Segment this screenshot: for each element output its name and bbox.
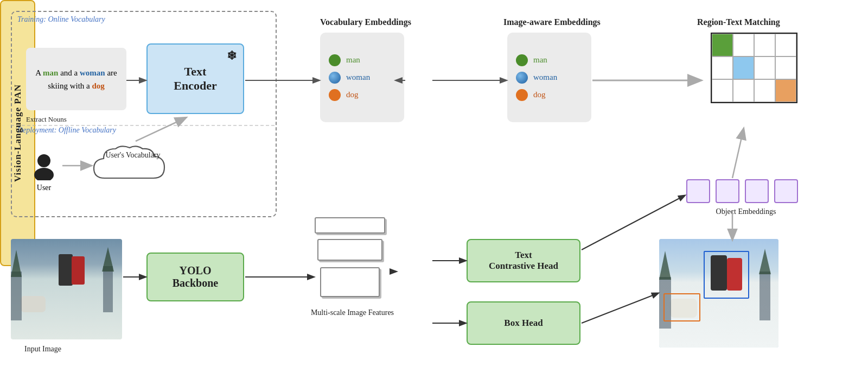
output-ski-scene <box>659 239 778 348</box>
vocab-row-man: man <box>329 54 395 66</box>
svg-point-1 <box>37 154 50 167</box>
svg-marker-10 <box>759 249 771 274</box>
svg-marker-4 <box>11 250 22 277</box>
svg-marker-8 <box>659 251 671 280</box>
text-contrastive-box: Text Contrastive Head <box>467 239 580 282</box>
box-head-box: Box Head <box>467 301 580 345</box>
vlpan-label: Vision-Language PAN <box>12 84 23 182</box>
vocab-embed-box: man woman dog <box>320 33 404 122</box>
grid-cell-6 <box>733 56 754 79</box>
iaware-row-dog: dog <box>516 89 583 101</box>
extract-nouns-label: Extract Nouns <box>26 115 67 124</box>
iaware-dog-label: dog <box>533 90 546 99</box>
bbox-dog <box>663 293 700 321</box>
snowflake-icon: ❄ <box>227 49 237 63</box>
yolo-backbone-box: YOLO Backbone <box>146 253 244 301</box>
iaware-dot-dog <box>516 89 528 101</box>
svg-line-25 <box>732 130 743 178</box>
region-text-title: Region-Text Matching <box>697 17 780 27</box>
text-encoder-label: Text Encoder <box>174 65 216 93</box>
deployment-label: Deployment: Offline Vocabulary <box>17 126 116 135</box>
object-embeddings-label: Object Embeddings <box>686 207 806 216</box>
image-aware-box: man woman dog <box>507 33 591 122</box>
svg-rect-3 <box>11 272 22 320</box>
diagram: Training: Online Vocabulary Deployment: … <box>0 0 868 372</box>
grid-cell-4 <box>775 34 796 56</box>
grid-cell-5 <box>712 56 733 79</box>
iaware-dot-woman <box>516 72 528 84</box>
user-icon <box>30 152 58 180</box>
user-area: User <box>30 152 58 192</box>
vocab-dog-label: dog <box>346 90 359 99</box>
svg-point-2 <box>34 168 54 180</box>
embed-sq-3 <box>745 179 769 203</box>
fmap-2 <box>317 239 382 261</box>
user-label: User <box>37 184 51 192</box>
vocab-woman-label: woman <box>346 73 370 82</box>
vocab-man-label: man <box>346 55 360 65</box>
dot-man <box>329 54 341 66</box>
dot-woman <box>329 72 341 84</box>
image-aware-title: Image-aware Embeddings <box>503 17 601 27</box>
fmap-3 <box>320 267 380 297</box>
embed-squares <box>686 179 806 203</box>
grid-cell-11 <box>754 79 775 102</box>
input-image-label: Input Image <box>24 345 61 354</box>
box-head-label: Box Head <box>504 318 542 329</box>
grid-cell-10 <box>733 79 754 102</box>
svg-rect-9 <box>760 272 770 320</box>
grid-cell-12 <box>775 79 796 102</box>
iaware-dot-man <box>516 54 528 66</box>
svg-marker-6 <box>102 247 114 272</box>
input-ski-scene <box>11 239 122 339</box>
input-image <box>11 239 122 339</box>
dot-dog <box>329 89 341 101</box>
embed-sq-2 <box>716 179 739 203</box>
grid-cell-9 <box>712 79 733 102</box>
svg-line-24 <box>582 293 658 323</box>
scene-details <box>11 239 122 339</box>
vocab-row-dog: dog <box>329 89 395 101</box>
text-encoder-box: ❄ Text Encoder <box>146 43 244 114</box>
cloud-shape <box>88 140 175 189</box>
output-image <box>659 239 778 348</box>
iaware-woman-label: woman <box>533 73 557 82</box>
match-grid <box>711 33 797 103</box>
yolo-backbone-label: YOLO Backbone <box>173 264 218 289</box>
text-contrastive-label: Text Contrastive Head <box>489 250 558 272</box>
grid-cell-7 <box>754 56 775 79</box>
feature-maps <box>315 217 391 304</box>
embed-sq-4 <box>774 179 798 203</box>
embed-sq-1 <box>686 179 710 203</box>
vocab-embed-title: Vocabulary Embeddings <box>320 17 411 27</box>
grid-cell-1 <box>712 34 733 56</box>
region-text-grid-area <box>700 33 808 125</box>
training-label: Training: Online Vocabulary <box>17 15 105 24</box>
sentence-box: A man and a woman are skiing with a dog <box>26 48 126 110</box>
iaware-row-woman: woman <box>516 72 583 84</box>
grid-cell-3 <box>754 34 775 56</box>
fmap-1 <box>315 217 385 234</box>
grid-cell-8 <box>775 56 796 79</box>
vocab-row-woman: woman <box>329 72 395 84</box>
grid-cell-2 <box>733 34 754 56</box>
users-vocabulary-label: User's Vocabulary <box>100 151 165 160</box>
iaware-row-man: man <box>516 54 583 66</box>
svg-rect-5 <box>103 266 113 312</box>
multiscale-label: Multi-scale Image Features <box>310 308 394 317</box>
bbox-persons <box>704 251 749 299</box>
object-embeddings-area: Object Embeddings <box>686 179 806 212</box>
iaware-man-label: man <box>533 55 547 65</box>
